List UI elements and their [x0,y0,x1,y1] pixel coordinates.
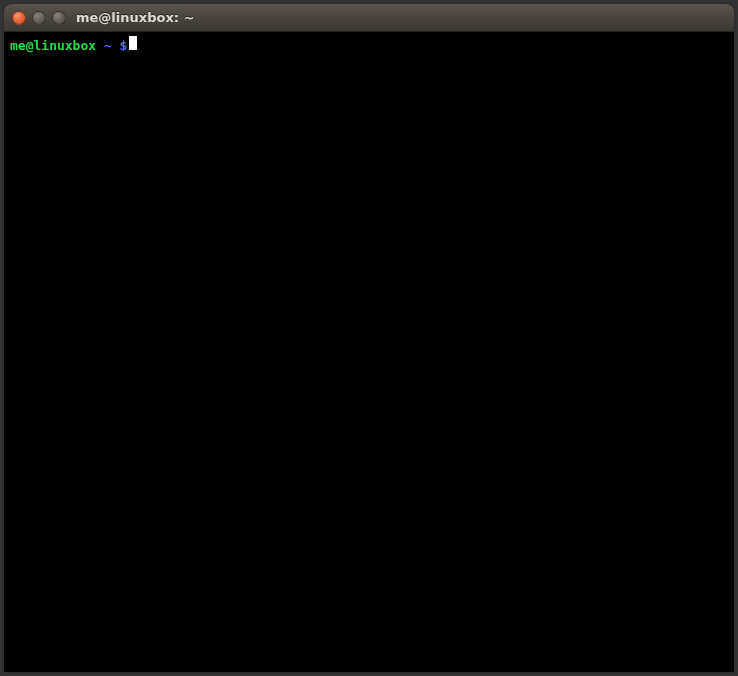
prompt-path: ~ $ [104,38,127,54]
prompt-separator [96,38,104,54]
window-controls [12,11,66,25]
titlebar[interactable]: me@linuxbox: ~ [4,4,734,32]
minimize-icon[interactable] [32,11,46,25]
window-title: me@linuxbox: ~ [76,10,194,25]
prompt-user-host: me@linuxbox [10,38,96,54]
cursor-icon [129,36,137,50]
prompt-line: me@linuxbox ~ $ [10,36,728,54]
terminal-window: me@linuxbox: ~ me@linuxbox ~ $ [4,4,734,672]
terminal-body[interactable]: me@linuxbox ~ $ [4,32,734,672]
maximize-icon[interactable] [52,11,66,25]
close-icon[interactable] [12,11,26,25]
